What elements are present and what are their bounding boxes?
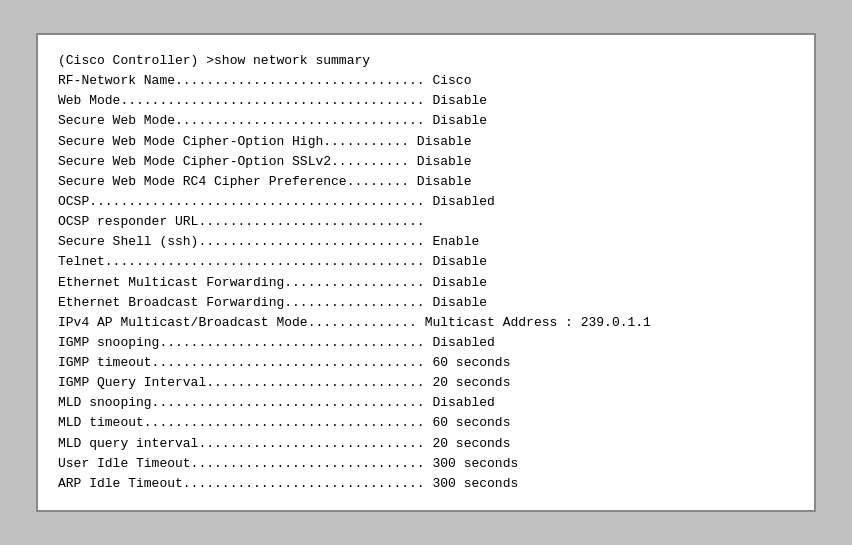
terminal-output: (Cisco Controller) >show network summary… (58, 51, 794, 494)
terminal-line: User Idle Timeout.......................… (58, 454, 794, 474)
terminal-line: Secure Web Mode Cipher-Option High......… (58, 132, 794, 152)
terminal-line: OCSP responder URL......................… (58, 212, 794, 232)
terminal-line: OCSP....................................… (58, 192, 794, 212)
terminal-line: IPv4 AP Multicast/Broadcast Mode........… (58, 313, 794, 333)
terminal-line: MLD query interval......................… (58, 434, 794, 454)
terminal-line: (Cisco Controller) >show network summary (58, 51, 794, 71)
terminal-line: RF-Network Name.........................… (58, 71, 794, 91)
terminal-line: IGMP Query Interval.....................… (58, 373, 794, 393)
terminal-line: Secure Web Mode Cipher-Option SSLv2.....… (58, 152, 794, 172)
terminal-line: Ethernet Broadcast Forwarding...........… (58, 293, 794, 313)
terminal-line: ARP Idle Timeout........................… (58, 474, 794, 494)
terminal-line: Secure Web Mode RC4 Cipher Preference...… (58, 172, 794, 192)
terminal-line: Secure Web Mode.........................… (58, 111, 794, 131)
terminal-window: (Cisco Controller) >show network summary… (36, 33, 816, 512)
terminal-line: IGMP snooping...........................… (58, 333, 794, 353)
terminal-line: MLD snooping............................… (58, 393, 794, 413)
terminal-line: MLD timeout.............................… (58, 413, 794, 433)
terminal-line: Ethernet Multicast Forwarding...........… (58, 273, 794, 293)
terminal-line: Web Mode................................… (58, 91, 794, 111)
terminal-line: Telnet..................................… (58, 252, 794, 272)
terminal-line: Secure Shell (ssh)......................… (58, 232, 794, 252)
terminal-line: IGMP timeout............................… (58, 353, 794, 373)
